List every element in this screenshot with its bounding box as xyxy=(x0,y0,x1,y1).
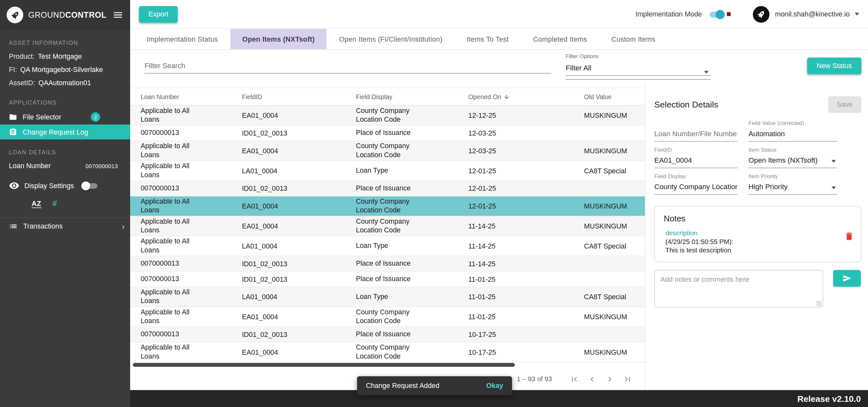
pagination-range: 1 – 93 of 93 xyxy=(517,375,552,383)
table-row[interactable]: Applicable to All Loans EA01_0004 County… xyxy=(130,105,645,126)
next-page-button[interactable] xyxy=(600,370,618,388)
field-value-field: Field Value (corrected) Automation xyxy=(748,115,837,142)
cell-opened-on: 11-01-25 xyxy=(468,313,584,320)
cell-field-id: EA01_0004 xyxy=(242,313,356,320)
implementation-mode-toggle[interactable] xyxy=(709,10,726,19)
field-display-input[interactable]: County Company Location Code xyxy=(654,181,737,195)
sidebar-item-change-request-log[interactable]: Change Request Log xyxy=(0,125,130,139)
toggle-indicator xyxy=(727,12,731,16)
loan-number-input[interactable] xyxy=(654,127,737,142)
field-display-label: Field Display xyxy=(654,173,737,181)
col-field-id[interactable]: FieldID xyxy=(242,93,356,100)
item-priority-select[interactable]: High Priority xyxy=(748,181,837,195)
field-id-input[interactable]: EA01_0004 xyxy=(654,154,737,168)
number-sign-icon[interactable]: # xyxy=(52,198,57,208)
new-status-button[interactable]: New Status xyxy=(807,58,862,74)
filter-options-select[interactable]: Filter Options Filter All xyxy=(566,52,711,80)
export-button[interactable]: Export xyxy=(139,6,178,22)
cell-loan-number: 0070000013 xyxy=(141,183,207,194)
chevron-down-icon[interactable] xyxy=(855,12,859,15)
cell-opened-on: 11-14-25 xyxy=(468,260,584,268)
cell-field-display: Loan Type xyxy=(356,291,432,302)
table-row[interactable]: Applicable to All Loans LA01_0004 Loan T… xyxy=(130,161,645,181)
display-settings-toggle[interactable] xyxy=(81,181,99,190)
implementation-mode-label: Implementation Mode xyxy=(636,10,702,18)
sort-alpha-icon[interactable]: AZ xyxy=(32,199,41,207)
table-row[interactable]: Applicable to All Loans EA01_0004 County… xyxy=(130,307,645,327)
cell-loan-number: 0070000013 xyxy=(141,329,207,340)
table-row[interactable]: 0070000013 ID01_02_0013 Place of Issuanc… xyxy=(130,327,645,342)
col-old-value[interactable]: Old Value xyxy=(584,93,645,100)
sidebar-item-transactions[interactable]: Transactions › xyxy=(0,218,130,234)
list-icon xyxy=(9,222,18,230)
tab-custom-items[interactable]: Custom Items xyxy=(599,29,668,49)
scrollbar-thumb[interactable] xyxy=(133,363,515,367)
table-row[interactable]: Applicable to All Loans LA01_0004 Loan T… xyxy=(130,287,645,307)
folder-icon xyxy=(9,113,17,121)
loan-number-row: Loan Number 0070000013 xyxy=(0,159,130,173)
filter-search-input[interactable] xyxy=(144,58,551,73)
item-priority-field: Item Priority High Priority xyxy=(748,168,837,195)
assignment-icon xyxy=(9,128,17,136)
main-area: Export Implementation Mode monil.shah@ki… xyxy=(130,0,868,390)
table-row[interactable]: 0070000013 ID01_02_0013 Place of Issuanc… xyxy=(130,256,645,272)
table-row[interactable]: 0070000013 ID01_02_0013 Place of Issuanc… xyxy=(130,272,645,287)
cell-opened-on: 10-17-25 xyxy=(468,348,584,356)
tab-completed-items[interactable]: Completed Items xyxy=(521,29,599,49)
cell-field-id: ID01_02_0013 xyxy=(242,129,356,137)
tab-open-items-nxtsoft[interactable]: Open Items (NXTsoft) xyxy=(230,29,327,49)
col-loan-number[interactable]: Loan Number xyxy=(141,93,242,100)
cell-field-display: Place of Issuance xyxy=(356,183,432,194)
cell-field-id: LA01_0004 xyxy=(242,242,356,250)
note-entry: description (4/29/25 01:50:55 PM): This … xyxy=(662,229,855,255)
user-email[interactable]: monil.shah@kinective.io xyxy=(775,10,849,18)
cell-field-id: ID01_02_0013 xyxy=(242,260,356,268)
tab-items-to-test[interactable]: Items To Test xyxy=(455,29,521,49)
tab-open-items-fi-client-institution[interactable]: Open Items (FI/Client/Institution) xyxy=(327,29,455,49)
cell-loan-number: Applicable to All Loans xyxy=(141,161,207,181)
sidebar-item-file-selector[interactable]: File Selector 2 xyxy=(0,109,130,124)
delete-note-button[interactable] xyxy=(844,231,854,242)
section-loan-details: LOAN DETAILS xyxy=(0,139,130,159)
first-page-icon xyxy=(569,374,579,384)
previous-page-button[interactable] xyxy=(583,370,600,388)
table-row[interactable]: 0070000013 ID01_02_0013 Place of Issuanc… xyxy=(130,126,645,141)
display-settings-label: Display Settings xyxy=(24,182,74,189)
item-status-select[interactable]: Open Items (NXTsoft) xyxy=(748,154,837,168)
sidebar: GROUNDCONTROL ASSET INFORMATION Product:… xyxy=(0,0,130,407)
table-row[interactable]: Applicable to All Loans LA01_0004 Loan T… xyxy=(130,236,645,256)
table-row[interactable]: Applicable to All Loans EA01_0004 County… xyxy=(130,141,645,161)
col-opened-on[interactable]: Opened On xyxy=(468,93,584,100)
resize-handle[interactable] xyxy=(817,301,822,306)
hamburger-menu-icon[interactable] xyxy=(113,9,123,20)
item-status-label: Item Status xyxy=(748,147,837,154)
content: Loan Number FieldID Field Display Opened… xyxy=(130,82,868,390)
tab-implementation-status[interactable]: Implementation Status xyxy=(135,29,230,49)
panel-header: Selection Details Save xyxy=(654,96,861,113)
eye-icon xyxy=(9,181,20,191)
add-note-textarea[interactable] xyxy=(654,270,823,308)
table-row[interactable]: Applicable to All Loans EA01_0004 County… xyxy=(130,342,645,363)
cell-field-id: EA01_0004 xyxy=(242,348,356,356)
release-version: Release v2.10.0 xyxy=(797,394,861,404)
table-row[interactable]: Applicable to All Loans EA01_0004 County… xyxy=(130,196,645,217)
table-row[interactable]: Applicable to All Loans EA01_0004 County… xyxy=(130,216,645,236)
dropdown-arrow-icon xyxy=(832,187,836,189)
cell-field-id: ID01_02_0013 xyxy=(242,331,356,338)
section-applications: APPLICATIONS xyxy=(0,90,130,110)
save-button[interactable]: Save xyxy=(828,96,862,113)
cell-loan-number: 0070000013 xyxy=(141,258,207,269)
cell-old-value: MUSKINGUM xyxy=(584,111,645,119)
panel-title: Selection Details xyxy=(654,100,718,110)
first-page-button[interactable] xyxy=(565,370,583,388)
col-field-display[interactable]: Field Display xyxy=(356,93,468,100)
cell-field-id: ID01_02_0013 xyxy=(242,185,356,192)
table-row[interactable]: 0070000013 ID01_02_0013 Place of Issuanc… xyxy=(130,181,645,196)
file-selector-badge: 2 xyxy=(91,112,100,122)
asset-info-fi: FI: QA Mortgagebot-Silverlake xyxy=(0,63,130,76)
send-note-button[interactable] xyxy=(833,270,861,286)
last-page-button[interactable] xyxy=(618,370,636,388)
snackbar-okay-button[interactable]: Okay xyxy=(486,382,503,389)
field-value-input[interactable]: Automation xyxy=(748,127,837,142)
user-avatar[interactable] xyxy=(753,6,769,22)
